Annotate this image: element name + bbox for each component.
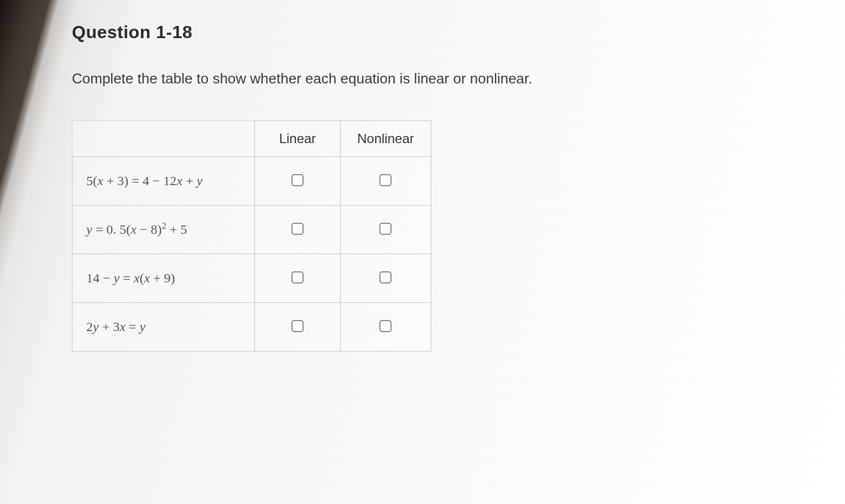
table-row: y = 0. 5(x − 8)2 + 5 [72, 206, 431, 254]
question-container: Question 1-18 Complete the table to show… [0, 0, 845, 351]
table-row: 14 − y = x(x + 9) [72, 254, 431, 303]
checkbox-cell-linear [255, 303, 341, 351]
header-empty [72, 121, 255, 157]
checkbox-cell-nonlinear [341, 254, 431, 303]
table-header-row: Linear Nonlinear [72, 121, 431, 157]
checkbox-nonlinear-row3[interactable] [379, 271, 392, 284]
checkbox-nonlinear-row1[interactable] [379, 174, 392, 186]
checkbox-cell-linear [255, 206, 341, 254]
header-nonlinear: Nonlinear [341, 121, 431, 157]
checkbox-nonlinear-row2[interactable] [379, 223, 392, 235]
checkbox-linear-row3[interactable] [291, 271, 304, 284]
question-title: Question 1-18 [72, 22, 845, 43]
checkbox-cell-nonlinear [341, 303, 431, 351]
checkbox-linear-row2[interactable] [291, 223, 304, 235]
checkbox-cell-linear [255, 254, 341, 303]
checkbox-linear-row4[interactable] [291, 320, 304, 332]
table-row: 2y + 3x = y [72, 303, 431, 351]
equation-cell: y = 0. 5(x − 8)2 + 5 [72, 206, 255, 254]
checkbox-cell-linear [255, 157, 341, 206]
answer-table: Linear Nonlinear 5(x + 3) = 4 − 12x + y … [72, 120, 431, 351]
checkbox-nonlinear-row4[interactable] [379, 320, 392, 332]
equation-cell: 5(x + 3) = 4 − 12x + y [72, 157, 255, 206]
question-instruction: Complete the table to show whether each … [72, 70, 845, 87]
equation-cell: 2y + 3x = y [72, 303, 255, 351]
header-linear: Linear [255, 121, 341, 157]
table-row: 5(x + 3) = 4 − 12x + y [72, 157, 431, 206]
checkbox-cell-nonlinear [341, 206, 431, 254]
checkbox-cell-nonlinear [341, 157, 431, 206]
checkbox-linear-row1[interactable] [291, 174, 304, 186]
equation-cell: 14 − y = x(x + 9) [72, 254, 255, 303]
